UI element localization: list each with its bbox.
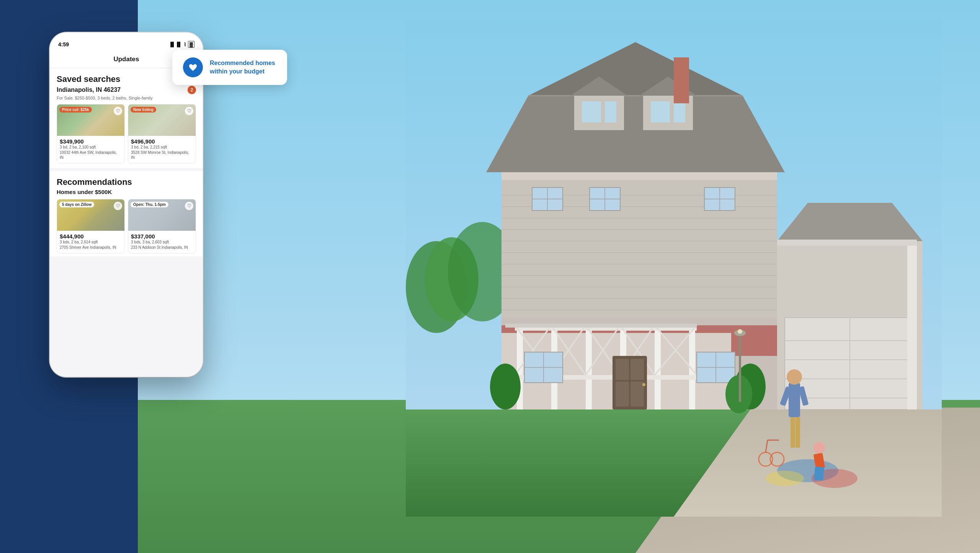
svg-point-97	[813, 442, 825, 453]
svg-rect-81	[777, 240, 917, 246]
listing-details-4: 3 bds, 3 ba, 2,603 sqft	[131, 240, 193, 245]
listing-details-1: 3 bd, 2 ba, 2,100 sqft	[60, 145, 122, 150]
listing-image-1: Price cut: $25k ♡	[57, 104, 124, 136]
recommendations-section: Recommendations Homes under $500K 5 days…	[50, 171, 203, 256]
house-scene-svg	[406, 19, 942, 517]
svg-rect-28	[651, 101, 670, 122]
svg-rect-29	[674, 101, 685, 122]
phone-content: Saved searches Indianapolis, IN 46237 2 …	[50, 68, 203, 376]
listing-info-4: $337,000 3 bds, 3 ba, 2,603 sqft 233 N A…	[128, 231, 196, 253]
svg-point-86	[766, 471, 804, 486]
listing-card-3[interactable]: 5 days on Zillow ♡ $444,900 3 bds, 2 ba,…	[57, 199, 125, 253]
phone-status-bar: 4:59 ▐▌▐▌ ⌇ ▓	[50, 33, 203, 52]
wifi-icon: ⌇	[184, 42, 186, 47]
listings-row-2: 5 days on Zillow ♡ $444,900 3 bds, 2 ba,…	[57, 199, 196, 253]
svg-rect-92	[791, 417, 795, 448]
phone-screen: Updates Saved searches Indianapolis, IN …	[50, 52, 203, 377]
favorite-button-3[interactable]: ♡	[114, 202, 122, 210]
favorite-button-4[interactable]: ♡	[185, 202, 193, 210]
listing-info-2: $496,900 3 bd, 2 ba, 2,215 sqft 3528 SW …	[128, 136, 196, 163]
svg-rect-93	[795, 417, 800, 448]
listing-image-4: Open: Thu. 1-5pm ♡	[128, 199, 196, 231]
notification-text-line1: Recommended homes	[210, 60, 275, 66]
svg-marker-19	[486, 96, 785, 172]
notification-bubble: Recommended homes within your budget	[172, 50, 287, 85]
listing-card-2[interactable]: New listing ♡ $496,900 3 bd, 2 ba, 2,215…	[128, 104, 196, 163]
saved-search-subtitle: For Sale, $250-$500, 3 beds, 2 baths, Si…	[57, 96, 196, 100]
listing-info-1: $349,900 3 bd, 2 ba, 2,100 sqft 10032 44…	[57, 136, 124, 163]
svg-rect-25	[605, 101, 616, 122]
listing-price-1: $349,900	[60, 138, 122, 145]
svg-rect-45	[655, 325, 661, 409]
phone-header-title: Updates	[113, 55, 139, 63]
listing-image-3: 5 days on Zillow ♡	[57, 199, 124, 231]
listing-address-4: 233 N Addison St Indianapolis, IN	[131, 245, 193, 250]
phone-status-icons: ▐▌▐▌ ⌇ ▓	[169, 41, 194, 48]
saved-search-header: Indianapolis, IN 46237 2	[57, 86, 196, 94]
battery-icon: ▓	[188, 41, 194, 48]
favorite-button-1[interactable]: ♡	[114, 107, 122, 115]
open-house-badge: Open: Thu. 1-5pm	[131, 202, 168, 207]
phone-time: 4:59	[58, 41, 69, 47]
listing-details-3: 3 bds, 2 ba, 2,614 sqft	[60, 240, 122, 245]
svg-point-100	[490, 364, 521, 409]
days-badge: 5 days on Zillow	[59, 202, 94, 207]
svg-point-105	[738, 329, 742, 334]
listing-card-4[interactable]: Open: Thu. 1-5pm ♡ $337,000 3 bds, 3 ba,…	[128, 199, 196, 253]
heart-icon	[188, 62, 198, 72]
svg-rect-80	[907, 241, 917, 409]
listing-price-4: $337,000	[131, 233, 193, 240]
favorite-button-2[interactable]: ♡	[185, 107, 193, 115]
svg-rect-99	[814, 467, 824, 481]
price-cut-badge: Price cut: $25k	[59, 107, 92, 113]
svg-rect-30	[674, 57, 689, 103]
saved-search-city[interactable]: Indianapolis, IN 46237	[57, 86, 121, 93]
listing-info-3: $444,900 3 bds, 2 ba, 2,614 sqft 2705 Sh…	[57, 231, 124, 253]
svg-rect-24	[582, 101, 601, 122]
listing-address-3: 2705 Shriver Ave Indianapolis, IN	[60, 245, 122, 250]
svg-rect-61	[616, 359, 629, 380]
listing-address-1: 10032 44th Ave SW, Indianapolis, IN	[60, 150, 122, 160]
signal-icon: ▐▌▐▌	[169, 42, 182, 47]
listing-card-1[interactable]: Price cut: $25k ♡ $349,900 3 bd, 2 ba, 2…	[57, 104, 125, 163]
listings-row-1: Price cut: $25k ♡ $349,900 3 bd, 2 ba, 2…	[57, 104, 196, 163]
listing-address-2: 3528 SW Monroe St, Indianapolis, IN	[131, 150, 193, 160]
recommendations-subtitle: Homes under $500K	[57, 189, 196, 195]
svg-point-94	[787, 369, 802, 385]
svg-point-65	[642, 383, 645, 386]
new-listing-badge: New listing	[131, 107, 156, 113]
svg-rect-63	[616, 382, 629, 406]
svg-rect-59	[505, 324, 697, 328]
svg-rect-64	[630, 382, 644, 406]
listing-price-2: $496,900	[131, 138, 193, 145]
listing-image-2: New listing ♡	[128, 104, 196, 136]
notification-icon	[183, 57, 203, 77]
notification-badge: 2	[188, 86, 196, 94]
listing-details-2: 3 bd, 2 ba, 2,215 sqft	[131, 145, 193, 150]
recommendations-title: Recommendations	[57, 177, 196, 187]
notification-text: Recommended homes within your budget	[210, 59, 275, 76]
svg-rect-62	[630, 359, 644, 380]
svg-rect-103	[739, 333, 741, 402]
notification-text-line2: within your budget	[210, 68, 265, 75]
listing-price-3: $444,900	[60, 233, 122, 240]
